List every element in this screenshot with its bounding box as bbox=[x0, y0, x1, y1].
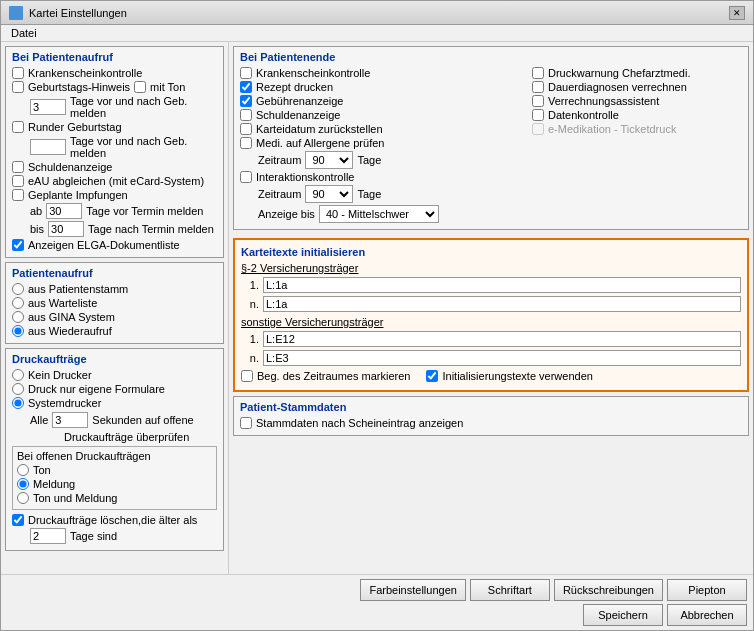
meldung-radio[interactable] bbox=[17, 478, 29, 490]
menu-bar: Datei bbox=[1, 25, 753, 42]
geplante-impfungen-checkbox[interactable] bbox=[12, 189, 24, 201]
medi-row: Medi. auf Allergene prüfen bbox=[240, 137, 524, 149]
druckauftraege-title: Druckaufträge bbox=[12, 353, 217, 365]
ton-meldung-radio[interactable] bbox=[17, 492, 29, 504]
datenkontrolle-checkbox[interactable] bbox=[532, 109, 544, 121]
interaktion-row: Interaktionskontrolle bbox=[240, 171, 524, 183]
elga-checkbox[interactable] bbox=[12, 239, 24, 251]
initialisierungstexte-checkbox[interactable] bbox=[426, 370, 438, 382]
emedikation-label: e-Medikation - Ticketdruck bbox=[548, 123, 676, 135]
v-rown-input[interactable] bbox=[263, 296, 741, 312]
close-button[interactable]: ✕ bbox=[729, 6, 745, 20]
loeschen-checkbox[interactable] bbox=[12, 514, 24, 526]
schriftart-button[interactable]: Schriftart bbox=[470, 579, 550, 601]
druck-eigene-radio[interactable] bbox=[12, 383, 24, 395]
alle-suffix: Sekunden auf offene bbox=[92, 414, 193, 426]
abbrechen-button[interactable]: Abbrechen bbox=[667, 604, 747, 626]
geburtstags-checkbox[interactable] bbox=[12, 81, 24, 93]
bis-field[interactable] bbox=[48, 221, 84, 237]
ton-radio[interactable] bbox=[17, 464, 29, 476]
bottom-bar: Farbeinstellungen Schriftart Rückschreib… bbox=[1, 574, 753, 630]
tage-field[interactable] bbox=[30, 528, 66, 544]
patientenstamm-label: aus Patientenstamm bbox=[28, 283, 128, 295]
speichern-button[interactable]: Speichern bbox=[583, 604, 663, 626]
gina-radio[interactable] bbox=[12, 311, 24, 323]
zeitraum1-select[interactable]: 90 bbox=[305, 151, 353, 169]
left-panel: Bei Patientenaufruf Krankenscheinkontrol… bbox=[1, 42, 229, 574]
beg-zeitraum-checkbox[interactable] bbox=[241, 370, 253, 382]
stammdaten-checkbox[interactable] bbox=[240, 417, 252, 429]
schuldenanzeige-l-checkbox[interactable] bbox=[12, 161, 24, 173]
title-buttons: ✕ bbox=[729, 6, 745, 20]
medi-label: Medi. auf Allergene prüfen bbox=[256, 137, 384, 149]
alle-suffix2-row: Druckaufträge überprüfen bbox=[64, 431, 217, 443]
beg-zeitraum-row: Beg. des Zeitraumes markieren bbox=[241, 370, 410, 382]
ab-label-text: ab bbox=[30, 205, 42, 217]
ab-field[interactable] bbox=[46, 203, 82, 219]
patientstammdaten-section: Patient-Stammdaten Stammdaten nach Schei… bbox=[233, 396, 749, 436]
dauerdiagnosen-row: Dauerdiagnosen verrechnen bbox=[532, 81, 742, 93]
rueckschreibungen-button[interactable]: Rückschreibungen bbox=[554, 579, 663, 601]
ton-label: Ton bbox=[33, 464, 51, 476]
v-row1-input[interactable] bbox=[263, 277, 741, 293]
geplante-impfungen-label: Geplante Impfungen bbox=[28, 189, 128, 201]
emedikation-checkbox[interactable] bbox=[532, 123, 544, 135]
warteliste-radio[interactable] bbox=[12, 297, 24, 309]
ton-radio-row: Ton bbox=[17, 464, 212, 476]
krankenscheinkontrolle-checkbox[interactable] bbox=[12, 67, 24, 79]
kein-drucker-radio[interactable] bbox=[12, 369, 24, 381]
runder-geburtstag-checkbox[interactable] bbox=[12, 121, 24, 133]
patientstammdaten-title: Patient-Stammdaten bbox=[240, 401, 742, 413]
anzeige-bis-label: Anzeige bis bbox=[258, 208, 315, 220]
datenkontrolle-row: Datenkontrolle bbox=[532, 109, 742, 121]
versicherung-label: §-2 Versicherungsträger bbox=[241, 262, 741, 274]
interaktion-checkbox[interactable] bbox=[240, 171, 252, 183]
patientenaufruf2-section: Patientenaufruf aus Patientenstamm aus W… bbox=[5, 262, 224, 344]
tage-sind-row: Tage sind bbox=[30, 528, 217, 544]
anzeige-bis-select[interactable]: 40 - Mittelschwer bbox=[319, 205, 439, 223]
tage-runder-row: Tage vor und nach Geb. melden bbox=[30, 135, 217, 159]
druckwarnung-row: Druckwarnung Chefarztmedi. bbox=[532, 67, 742, 79]
karteidatum-row: Karteidatum zurückstellen bbox=[240, 123, 524, 135]
schulden-r-checkbox[interactable] bbox=[240, 109, 252, 121]
rezept-row: Rezept drucken bbox=[240, 81, 524, 93]
patientenende-title: Bei Patientenende bbox=[240, 51, 742, 63]
piepton-button[interactable]: Piepton bbox=[667, 579, 747, 601]
druckwarnung-checkbox[interactable] bbox=[532, 67, 544, 79]
medi-checkbox[interactable] bbox=[240, 137, 252, 149]
systemdrucker-radio[interactable] bbox=[12, 397, 24, 409]
dauerdiagnosen-checkbox[interactable] bbox=[532, 81, 544, 93]
sonstige-label: sonstige Versicherungsträger bbox=[241, 316, 741, 328]
s-row1-input[interactable] bbox=[263, 331, 741, 347]
zeitraum1-label: Zeitraum bbox=[258, 154, 301, 166]
patientenende-cols: Krankenscheinkontrolle Rezept drucken Ge… bbox=[240, 67, 742, 225]
tage-sind-label: Tage sind bbox=[70, 530, 117, 542]
farbeinstellungen-button[interactable]: Farbeinstellungen bbox=[360, 579, 465, 601]
runder-geburtstag-label: Runder Geburtstag bbox=[28, 121, 122, 133]
alle-row: Alle Sekunden auf offene bbox=[30, 412, 217, 428]
patientenstamm-radio[interactable] bbox=[12, 283, 24, 295]
karteidatum-checkbox[interactable] bbox=[240, 123, 252, 135]
ton-meldung-label: Ton und Meldung bbox=[33, 492, 117, 504]
tage-vor-field[interactable] bbox=[30, 99, 66, 115]
zeitraum2-select[interactable]: 90 bbox=[305, 185, 353, 203]
geplante-impfungen-row: Geplante Impfungen bbox=[12, 189, 217, 201]
kein-drucker-row: Kein Drucker bbox=[12, 369, 217, 381]
verrechnungsassistent-checkbox[interactable] bbox=[532, 95, 544, 107]
alle-field[interactable] bbox=[52, 412, 88, 428]
interaktion-label: Interaktionskontrolle bbox=[256, 171, 354, 183]
rezept-label: Rezept drucken bbox=[256, 81, 333, 93]
meldung-radio-row: Meldung bbox=[17, 478, 212, 490]
rezept-checkbox[interactable] bbox=[240, 81, 252, 93]
mit-ton-checkbox[interactable] bbox=[134, 81, 146, 93]
wiederaufruf-radio[interactable] bbox=[12, 325, 24, 337]
menu-datei[interactable]: Datei bbox=[5, 25, 43, 41]
krankenschein-r-checkbox[interactable] bbox=[240, 67, 252, 79]
eau-checkbox[interactable] bbox=[12, 175, 24, 187]
tage-runder-field[interactable] bbox=[30, 139, 66, 155]
gebuehren-checkbox[interactable] bbox=[240, 95, 252, 107]
bis-label-text: bis bbox=[30, 223, 44, 235]
loeschen-row: Druckaufträge löschen,die älter als bbox=[12, 514, 217, 526]
patientenstamm-row: aus Patientenstamm bbox=[12, 283, 217, 295]
s-rown-input[interactable] bbox=[263, 350, 741, 366]
